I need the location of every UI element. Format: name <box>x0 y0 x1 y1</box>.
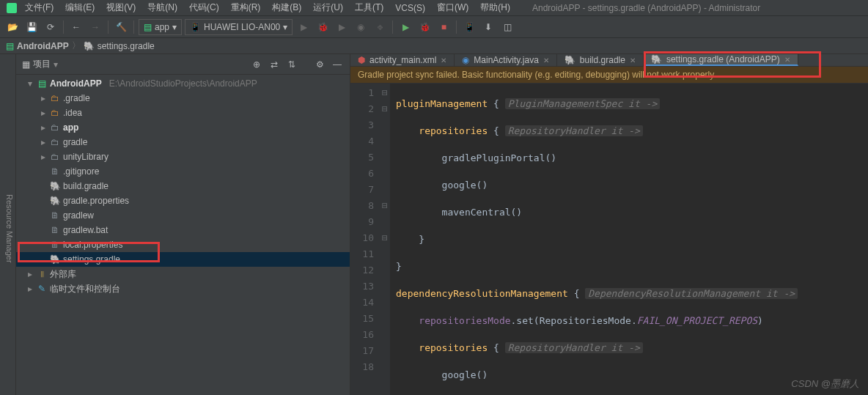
chevron-icon[interactable]: ▸ <box>40 137 47 147</box>
collapse-icon[interactable]: ⇅ <box>285 58 298 71</box>
menu-file[interactable]: 文件(F) <box>21 0 58 15</box>
gradle-icon: 🐘 <box>50 196 60 206</box>
gradle-icon: 🐘 <box>50 254 60 265</box>
chevron-icon[interactable]: ▸ <box>40 93 47 103</box>
gradle-sync-warning: Gradle project sync failed. Basic functi… <box>350 67 868 84</box>
forward-icon[interactable]: → <box>87 19 103 35</box>
menu-edit[interactable]: 编辑(E) <box>61 0 99 15</box>
tree-row[interactable]: ▸🗀.gradle <box>16 91 350 106</box>
tool-resource-manager[interactable]: Resource Manager <box>4 191 15 266</box>
tree-row[interactable]: ▸🗀app <box>16 120 350 135</box>
run-config-selector[interactable]: ▤ app ▾ <box>139 19 182 35</box>
open-icon[interactable]: 📂 <box>4 19 21 35</box>
tree-label: .gitignore <box>63 166 99 177</box>
coverage-icon[interactable]: ▶ <box>334 19 350 35</box>
tree-row[interactable]: ▸🗀unityLibrary <box>16 149 350 164</box>
editor-tab[interactable]: 🐘settings.gradle (AndroidAPP)✕ <box>644 54 798 66</box>
sdk-icon[interactable]: ⬇ <box>480 19 496 35</box>
device-label: HUAWEI LIO-AN00 <box>204 22 280 32</box>
hide-icon[interactable]: — <box>331 58 344 71</box>
tree-row[interactable]: 🐘build.gradle <box>16 179 350 193</box>
project-tree[interactable]: ▾▤AndroidAPPE:\AndroidStudioProjects\And… <box>16 75 350 395</box>
tree-row[interactable]: 🗎gradlew.bat <box>16 223 350 237</box>
chevron-icon[interactable]: ▸ <box>26 269 34 279</box>
tree-row[interactable]: ▸⫴外部库 <box>16 267 350 281</box>
tree-label: local.properties <box>63 240 122 250</box>
separator <box>456 21 457 34</box>
tree-row[interactable]: ▾▤AndroidAPPE:\AndroidStudioProjects\And… <box>16 76 350 91</box>
close-icon[interactable]: ✕ <box>441 56 446 64</box>
tree-row[interactable]: ▸🗀.idea <box>16 106 350 120</box>
profile-icon[interactable]: ◉ <box>353 19 369 35</box>
code-editor[interactable]: 123456789101112131415161718 ⊟⊟⊟⊟ pluginM… <box>350 84 868 395</box>
tree-row[interactable]: 🗎local.properties <box>16 237 350 252</box>
chevron-icon[interactable]: ▸ <box>26 284 34 294</box>
folder-orange-icon: 🗀 <box>50 108 60 118</box>
editor-tab[interactable]: ⬢activity_main.xml✕ <box>350 54 455 66</box>
folder-icon: 🗀 <box>50 137 60 147</box>
chevron-icon[interactable]: ▸ <box>40 108 47 118</box>
menu-view[interactable]: 视图(V) <box>102 0 140 15</box>
close-icon[interactable]: ✕ <box>543 56 549 64</box>
menu-refactor[interactable]: 重构(R) <box>227 0 265 15</box>
phone-icon: 📱 <box>190 22 201 32</box>
avd-icon[interactable]: 📱 <box>461 19 477 35</box>
expand-icon[interactable]: ⇄ <box>268 58 281 71</box>
run-with-icon[interactable]: ▶ <box>397 19 413 35</box>
editor-tab[interactable]: 🐘build.gradle✕ <box>557 54 644 66</box>
back-icon[interactable]: ← <box>68 19 84 35</box>
tree-row[interactable]: ▸🗀gradle <box>16 135 350 149</box>
tree-row[interactable]: 🗎.gitignore <box>16 164 350 179</box>
run-icon[interactable]: ▶ <box>295 19 312 35</box>
close-icon[interactable]: ✕ <box>784 56 790 64</box>
menu-code[interactable]: 代码(C) <box>185 0 224 15</box>
breadcrumb-project[interactable]: ▤ AndroidAPP <box>6 41 69 51</box>
attach-icon[interactable]: ⎆ <box>372 19 388 35</box>
sync-icon[interactable]: ⟳ <box>43 19 59 35</box>
fold-gutter[interactable]: ⊟⊟⊟⊟ <box>380 84 390 395</box>
breadcrumb-file[interactable]: 🐘 settings.gradle <box>84 41 155 51</box>
chevron-icon[interactable]: ▾ <box>26 78 34 89</box>
chevron-down-icon[interactable]: ▾ <box>54 59 58 70</box>
menu-navigate[interactable]: 导航(N) <box>143 0 182 15</box>
tree-label: .gradle <box>63 93 90 103</box>
build-icon[interactable]: 🔨 <box>113 19 129 35</box>
code-lines[interactable]: pluginManagement { PluginManagementSpec … <box>390 84 868 395</box>
save-icon[interactable]: 💾 <box>23 19 40 35</box>
layout-inspector-icon[interactable]: ◫ <box>499 19 515 35</box>
breadcrumb-file-label: settings.gradle <box>98 41 155 51</box>
menu-run[interactable]: 运行(U) <box>309 0 347 15</box>
tree-label: unityLibrary <box>63 152 108 162</box>
tab-label: build.gradle <box>580 55 625 65</box>
tree-row[interactable]: 🗎gradlew <box>16 208 350 223</box>
folder-icon: 🗀 <box>50 122 60 133</box>
chevron-icon[interactable]: ▸ <box>40 152 47 162</box>
chevron-right-icon: 〉 <box>72 40 81 52</box>
debug-icon[interactable]: 🐞 <box>315 19 331 35</box>
editor-tab[interactable]: ◉MainActivity.java✕ <box>455 54 556 66</box>
locate-icon[interactable]: ⊕ <box>250 58 263 71</box>
separator <box>392 21 393 34</box>
folder-orange-icon: 🗀 <box>50 93 60 103</box>
project-panel-header: ▦ 项目 ▾ ⊕ ⇄ ⇅ ⚙ — <box>16 54 350 75</box>
chevron-icon[interactable]: ▸ <box>40 122 47 133</box>
tree-label: .idea <box>63 108 82 118</box>
stop-icon[interactable]: ■ <box>435 19 452 35</box>
close-icon[interactable]: ✕ <box>630 56 636 64</box>
tree-row[interactable]: ▸✎临时文件和控制台 <box>16 281 350 296</box>
settings-icon[interactable]: ⚙ <box>313 58 326 71</box>
tree-row[interactable]: 🐘settings.gradle <box>16 252 350 267</box>
device-selector[interactable]: 📱 HUAWEI LIO-AN00 ▾ <box>185 19 293 35</box>
tree-row[interactable]: 🐘gradle.properties <box>16 193 350 208</box>
menu-vcs[interactable]: VCS(S) <box>391 1 430 15</box>
lib-icon: ⫴ <box>37 269 47 279</box>
menu-build[interactable]: 构建(B) <box>268 0 306 15</box>
tree-label: AndroidAPP <box>50 78 102 89</box>
menu-help[interactable]: 帮助(H) <box>476 0 515 15</box>
tree-hint: E:\AndroidStudioProjects\AndroidAPP <box>109 78 257 89</box>
menu-window[interactable]: 窗口(W) <box>433 0 473 15</box>
separator <box>133 21 134 34</box>
project-panel: ▦ 项目 ▾ ⊕ ⇄ ⇅ ⚙ — ▾▤AndroidAPPE:\AndroidS… <box>16 54 350 395</box>
menu-tools[interactable]: 工具(T) <box>350 0 388 15</box>
debug-with-icon[interactable]: 🐞 <box>416 19 433 35</box>
